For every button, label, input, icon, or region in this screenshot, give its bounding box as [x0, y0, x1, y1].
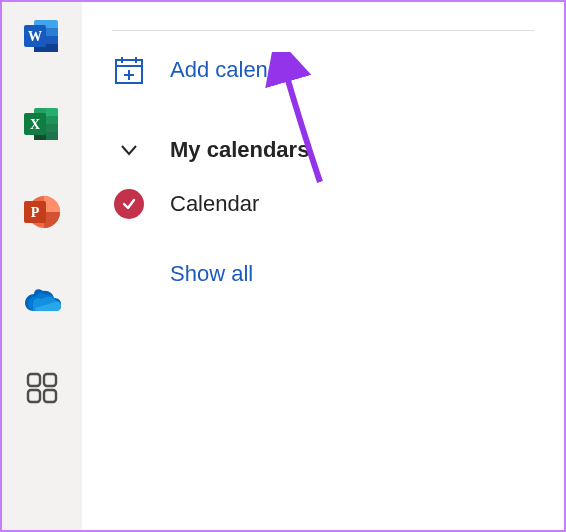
svg-text:W: W — [28, 29, 42, 44]
svg-text:P: P — [31, 205, 40, 220]
excel-icon[interactable]: X — [20, 102, 64, 146]
show-all-label: Show all — [170, 261, 253, 287]
calendar-item-label: Calendar — [170, 191, 259, 217]
calendar-item[interactable]: Calendar — [112, 177, 534, 231]
add-calendar-label: Add calendar — [170, 57, 300, 83]
svg-rect-10 — [46, 108, 58, 140]
svg-text:X: X — [30, 117, 40, 132]
svg-rect-18 — [28, 390, 40, 402]
calendar-check-icon — [112, 189, 146, 219]
add-calendar-icon — [112, 55, 146, 85]
divider — [112, 30, 534, 31]
word-icon[interactable]: W — [20, 14, 64, 58]
show-all-link[interactable]: Show all — [112, 247, 534, 301]
powerpoint-icon[interactable]: P — [20, 190, 64, 234]
section-title: My calendars — [170, 137, 309, 163]
my-calendars-section[interactable]: My calendars — [112, 123, 534, 177]
svg-rect-16 — [28, 374, 40, 386]
onedrive-icon[interactable] — [20, 278, 64, 322]
app-rail: W X P — [2, 2, 82, 530]
svg-rect-17 — [44, 374, 56, 386]
apps-icon[interactable] — [20, 366, 64, 410]
calendar-sidebar: Add calendar My calendars Calendar Show … — [82, 2, 564, 530]
chevron-down-icon — [112, 139, 146, 161]
add-calendar-button[interactable]: Add calendar — [112, 43, 534, 97]
svg-rect-19 — [44, 390, 56, 402]
